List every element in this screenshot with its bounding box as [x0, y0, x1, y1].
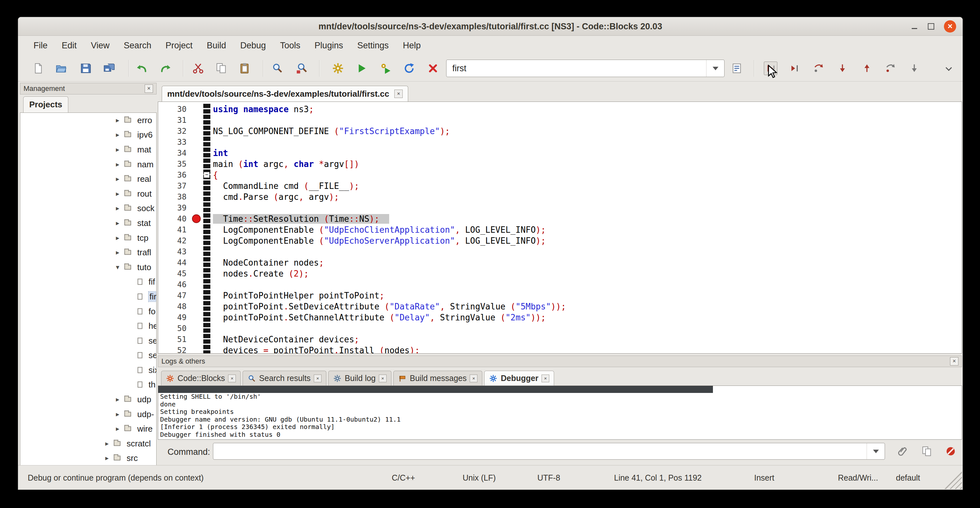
menu-item-debug[interactable]: Debug: [233, 36, 273, 55]
close-tab-icon[interactable]: ×: [470, 374, 477, 382]
code-line-42[interactable]: 42 LogComponentEnable ("UdpEchoServerApp…: [158, 235, 962, 246]
code-line-50[interactable]: 50: [158, 323, 962, 334]
chevron-down-icon[interactable]: ▾: [113, 263, 122, 271]
breakpoint-margin[interactable]: [190, 159, 203, 170]
tree-item-erro[interactable]: ▸erro: [20, 113, 156, 127]
breakpoint-margin[interactable]: [190, 115, 203, 126]
paste-button[interactable]: [238, 62, 251, 75]
breakpoint-margin[interactable]: [190, 170, 203, 180]
code-line-38[interactable]: 38 cmd.Parse (argc, argv);: [158, 191, 962, 202]
tree-item-src[interactable]: ▸src: [20, 451, 156, 466]
tree-item-stat[interactable]: ▸stat: [20, 216, 156, 231]
replace-button[interactable]: [295, 62, 309, 75]
code-line-40[interactable]: 40 Time::SetResolution (Time::NS);: [158, 213, 962, 225]
abort-build-button[interactable]: [426, 62, 440, 75]
code-line-41[interactable]: 41 LogComponentEnable ("UdpEchoClientApp…: [158, 225, 962, 235]
code-line-35[interactable]: 35main (int argc, char *argv[]): [158, 159, 962, 170]
step-into-button[interactable]: [836, 62, 849, 75]
copy-button[interactable]: [215, 62, 228, 75]
breakpoint-margin[interactable]: [190, 268, 203, 279]
debug-continue-button[interactable]: [764, 62, 777, 75]
menu-item-settings[interactable]: Settings: [350, 36, 396, 55]
breakpoint-margin[interactable]: [190, 279, 203, 290]
compiler-target-icon[interactable]: [730, 62, 743, 75]
chevron-right-icon[interactable]: ▸: [113, 146, 122, 153]
breakpoint-margin[interactable]: [190, 148, 203, 159]
breakpoint-margin[interactable]: [190, 202, 203, 213]
menu-item-view[interactable]: View: [84, 36, 117, 55]
build-target-combobox[interactable]: first: [446, 60, 724, 77]
breakpoint-margin[interactable]: [190, 235, 203, 246]
clear-log-icon[interactable]: [942, 443, 959, 460]
breakpoint-margin[interactable]: [190, 257, 203, 268]
tree-item-udp[interactable]: ▸udp: [20, 392, 156, 407]
breakpoint-margin[interactable]: [190, 137, 203, 148]
tree-item-real[interactable]: ▸real: [20, 172, 156, 186]
fold-collapse-icon[interactable]: −: [204, 172, 210, 178]
save-all-button[interactable]: [102, 62, 116, 75]
tree-item-he[interactable]: he: [20, 318, 156, 333]
code-line-51[interactable]: 51 NetDeviceContainer devices;: [158, 334, 962, 345]
tree-item-wire[interactable]: ▸wire: [20, 421, 156, 436]
tree-item-th[interactable]: th: [20, 377, 156, 392]
find-button[interactable]: [270, 62, 284, 75]
step-out-button[interactable]: [860, 62, 874, 75]
close-tab-icon[interactable]: ×: [541, 374, 549, 382]
resize-grip[interactable]: [944, 471, 962, 489]
redo-button[interactable]: [159, 62, 172, 75]
run-button[interactable]: [355, 62, 369, 75]
menu-item-project[interactable]: Project: [159, 36, 200, 55]
save-button[interactable]: [79, 62, 92, 75]
tree-item-tcp[interactable]: ▸tcp: [20, 231, 156, 245]
code-line-52[interactable]: 52 devices = pointToPoint.Install (nodes…: [158, 345, 962, 354]
code-editor[interactable]: 30using namespace ns3;3132NS_LOG_COMPONE…: [158, 102, 962, 354]
code-line-30[interactable]: 30using namespace ns3;: [158, 104, 962, 115]
menu-item-plugins[interactable]: Plugins: [307, 36, 350, 55]
breakpoint-margin[interactable]: [190, 191, 203, 202]
code-line-49[interactable]: 49 pointToPoint.SetChannelAttribute ("De…: [158, 312, 962, 323]
editor-tab-close-icon[interactable]: ×: [394, 89, 403, 98]
breakpoint-icon[interactable]: [192, 214, 201, 223]
build-button[interactable]: [331, 62, 345, 75]
chevron-right-icon[interactable]: ▸: [113, 190, 122, 197]
chevron-right-icon[interactable]: ▸: [113, 219, 122, 227]
menu-item-edit[interactable]: Edit: [55, 36, 84, 55]
breakpoint-margin[interactable]: [190, 301, 203, 312]
next-instruction-button[interactable]: [884, 62, 897, 75]
code-line-37[interactable]: 37 CommandLine cmd (__FILE__);: [158, 180, 962, 191]
logs-tab-debugger[interactable]: Debugger×: [484, 371, 554, 385]
tree-item-mat[interactable]: ▸mat: [20, 142, 156, 157]
minimize-button[interactable]: [911, 23, 918, 30]
undo-button[interactable]: [135, 62, 148, 75]
logs-tab-search-results[interactable]: Search results×: [243, 371, 326, 385]
tree-item-scratcl[interactable]: ▸scratcl: [20, 436, 156, 451]
chevron-right-icon[interactable]: ▸: [113, 131, 122, 139]
chevron-right-icon[interactable]: ▸: [113, 175, 122, 183]
command-dropdown-icon[interactable]: [867, 443, 885, 459]
rebuild-button[interactable]: [402, 62, 416, 75]
breakpoint-margin[interactable]: [190, 246, 203, 257]
chevron-right-icon[interactable]: ▸: [113, 116, 122, 124]
logs-tab-build-log[interactable]: Build log×: [328, 371, 391, 385]
logs-close-icon[interactable]: ×: [950, 357, 958, 366]
chevron-right-icon[interactable]: ▸: [113, 204, 122, 212]
title-bar[interactable]: mnt/dev/tools/source/ns-3-dev/examples/t…: [18, 17, 963, 36]
code-line-32[interactable]: 32NS_LOG_COMPONENT_DEFINE ("FirstScriptE…: [158, 126, 962, 137]
chevron-right-icon[interactable]: ▸: [113, 234, 122, 242]
chevron-right-icon[interactable]: ▸: [113, 161, 122, 168]
chevron-right-icon[interactable]: ▸: [103, 454, 111, 462]
debugger-output[interactable]: Setting SHELL to '/bin/sh'doneSetting br…: [158, 385, 962, 440]
logs-tab-code-blocks[interactable]: Code::Blocks×: [161, 371, 241, 385]
tree-item-sock[interactable]: ▸sock: [20, 201, 156, 216]
tree-item-trafl[interactable]: ▸trafl: [20, 245, 156, 260]
breakpoint-margin[interactable]: [190, 312, 203, 323]
build-and-run-button[interactable]: [379, 62, 392, 75]
maximize-button[interactable]: [928, 23, 934, 30]
tree-item-ipv6[interactable]: ▸ipv6: [20, 127, 156, 142]
step-into-instruction-button[interactable]: [907, 62, 921, 75]
chevron-right-icon[interactable]: ▸: [103, 440, 111, 447]
close-tab-icon[interactable]: ×: [228, 374, 236, 382]
breakpoint-margin[interactable]: [190, 345, 203, 354]
editor-tab-first-cc[interactable]: mnt/dev/tools/source/ns-3-dev/examples/t…: [162, 86, 408, 102]
breakpoint-margin[interactable]: [190, 180, 203, 191]
